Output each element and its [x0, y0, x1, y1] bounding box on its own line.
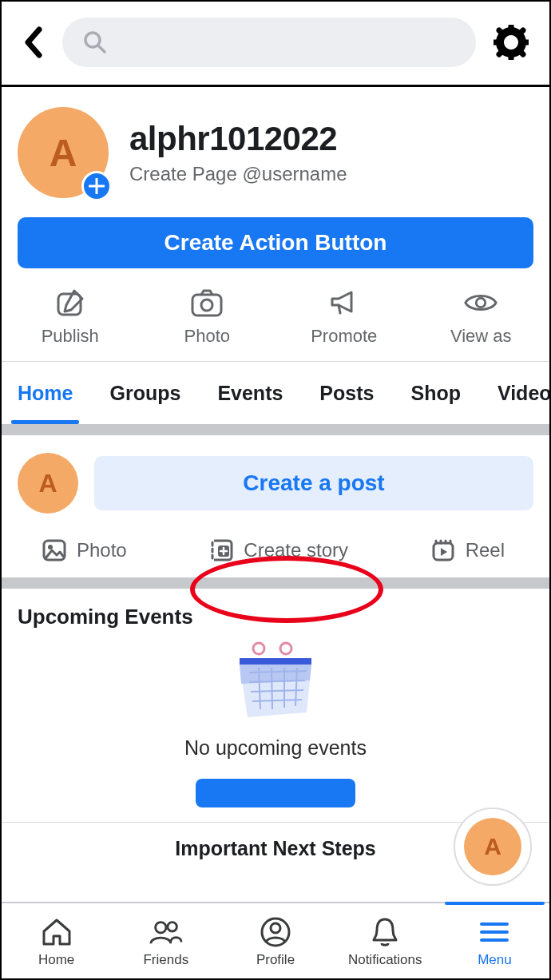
profile-header: A alphr1012022 Create Page @username — [2, 87, 549, 214]
tab-events[interactable]: Events — [216, 362, 284, 424]
svg-line-38 — [272, 668, 272, 709]
svg-line-8 — [520, 51, 523, 54]
create-event-button[interactable] — [196, 779, 355, 807]
add-photo-button[interactable] — [81, 171, 112, 201]
friends-icon — [149, 915, 184, 950]
gear-icon — [494, 25, 529, 60]
tab-posts[interactable]: Posts — [318, 362, 375, 424]
upcoming-events-section: Upcoming Events No upcoming events — [2, 589, 549, 807]
promote-label: Promote — [311, 326, 377, 347]
create-action-button[interactable]: Create Action Button — [18, 217, 533, 268]
plus-icon — [89, 178, 105, 194]
next-steps-title: Important Next Steps — [175, 837, 375, 860]
nav-home[interactable]: Home — [2, 903, 111, 978]
no-events-text: No upcoming events — [184, 736, 367, 760]
svg-point-32 — [280, 643, 291, 654]
svg-point-19 — [48, 545, 53, 550]
svg-line-1 — [98, 46, 105, 52]
svg-line-9 — [499, 51, 502, 54]
floating-avatar-letter: A — [464, 818, 521, 875]
divider — [2, 577, 549, 589]
svg-point-31 — [253, 643, 264, 654]
calendar-icon — [228, 641, 323, 720]
nav-menu-label: Menu — [478, 952, 512, 968]
nav-friends[interactable]: Friends — [111, 903, 220, 978]
camera-icon — [190, 286, 224, 319]
megaphone-icon — [327, 286, 361, 319]
eye-icon — [464, 286, 497, 319]
page-tabs: Home Groups Events Posts Shop Videos — [2, 362, 549, 424]
nav-menu[interactable]: Menu — [440, 903, 549, 978]
nav-friends-label: Friends — [143, 952, 188, 968]
svg-point-16 — [201, 300, 212, 311]
svg-rect-15 — [192, 295, 221, 315]
tab-home[interactable]: Home — [16, 362, 74, 424]
create-post-section: A Create a post Photo — [2, 435, 549, 577]
menu-icon — [477, 915, 512, 950]
search-input[interactable] — [62, 18, 476, 67]
svg-point-41 — [155, 922, 165, 932]
profile-icon — [258, 915, 293, 950]
profile-info: alphr1012022 Create Page @username — [129, 120, 347, 185]
photo-button[interactable]: Photo — [139, 286, 276, 347]
promote-button[interactable]: Promote — [276, 286, 413, 347]
composer-reel-label: Reel — [466, 539, 505, 561]
nav-home-label: Home — [38, 952, 74, 968]
svg-point-17 — [477, 298, 486, 307]
bell-icon — [367, 915, 402, 950]
composer-reel-button[interactable]: Reel — [430, 538, 533, 563]
photo-label: Photo — [184, 326, 231, 347]
action-button-row: Create Action Button — [2, 214, 549, 278]
divider — [2, 424, 549, 435]
floating-chat-button[interactable]: A — [454, 807, 532, 886]
compose-icon — [54, 286, 87, 319]
story-plus-icon — [208, 538, 234, 563]
svg-line-7 — [499, 30, 502, 34]
create-post-button[interactable]: Create a post — [94, 456, 533, 510]
composer-avatar[interactable]: A — [18, 453, 78, 514]
publish-button[interactable]: Publish — [2, 286, 139, 347]
image-icon — [42, 538, 67, 563]
page-title: alphr1012022 — [129, 120, 347, 158]
nav-profile-label: Profile — [256, 952, 295, 968]
svg-point-42 — [168, 922, 176, 930]
home-icon — [39, 915, 74, 950]
upcoming-events-title: Upcoming Events — [18, 605, 533, 629]
nav-notifications[interactable]: Notifications — [331, 903, 440, 978]
profile-username-hint[interactable]: Create Page @username — [129, 163, 347, 185]
settings-button[interactable] — [489, 25, 533, 60]
nav-profile[interactable]: Profile — [220, 903, 330, 978]
svg-line-10 — [520, 30, 523, 34]
svg-point-11 — [505, 37, 517, 48]
tab-videos[interactable]: Videos — [496, 362, 549, 424]
tab-shop[interactable]: Shop — [409, 362, 462, 424]
composer-create-story-button[interactable]: Create story — [208, 538, 348, 563]
bottom-navigation: Home Friends Profile — [2, 902, 549, 978]
nav-notifications-label: Notifications — [348, 952, 422, 968]
search-icon — [83, 30, 107, 54]
back-button[interactable] — [18, 26, 50, 58]
publish-label: Publish — [42, 326, 99, 347]
composer-photo-label: Photo — [77, 539, 127, 561]
reel-icon — [430, 538, 456, 563]
svg-point-44 — [271, 923, 280, 933]
composer-photo-button[interactable]: Photo — [18, 538, 127, 563]
chevron-left-icon — [23, 26, 44, 58]
view-as-button[interactable]: View as — [413, 286, 550, 347]
top-bar — [2, 2, 549, 87]
avatar[interactable]: A — [18, 107, 109, 198]
view-as-label: View as — [450, 326, 512, 347]
tab-groups[interactable]: Groups — [108, 362, 182, 424]
composer-story-label: Create story — [244, 539, 348, 561]
quick-action-bar: Publish Photo Promote View as — [2, 278, 549, 362]
